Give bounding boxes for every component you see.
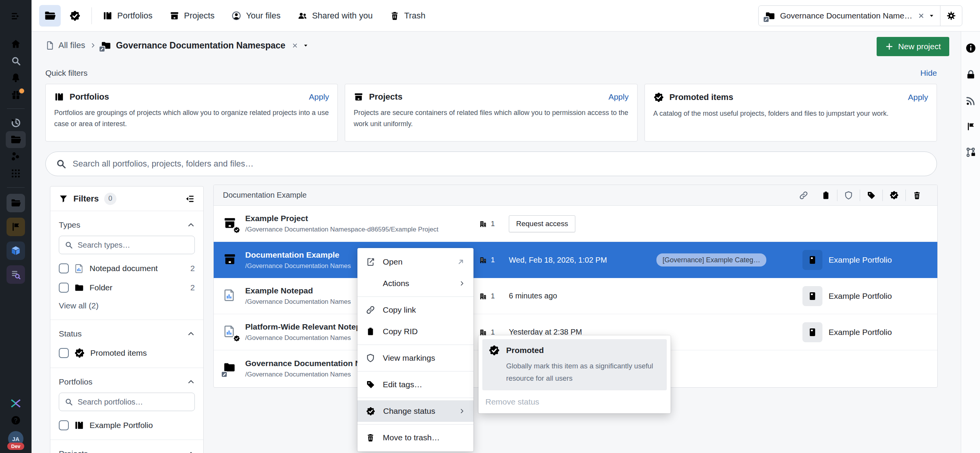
menu-item-actions[interactable]: Actions [357,273,473,294]
active-app-files-button[interactable] [39,5,61,27]
scope-dropdown-button[interactable] [929,13,935,19]
chevron-up-icon[interactable] [187,378,195,386]
card-title: Promoted items [669,92,733,102]
sidebar-item-history[interactable] [6,114,26,131]
menu-item-change-status[interactable]: Change status [357,400,473,422]
trash-button[interactable] [906,191,928,200]
sidebar-item-home[interactable] [6,35,26,52]
sidebar-app-data-search[interactable] [6,265,26,285]
menu-item-label: Actions [383,279,409,288]
request-access-button[interactable]: Request access [509,215,575,232]
tag-icon [867,191,876,200]
sidebar-item-resources[interactable] [6,148,26,165]
promoted-catalog-button[interactable] [69,10,81,22]
breadcrumb-all-files[interactable]: All files [45,40,85,50]
clear-scope-button[interactable] [918,12,925,19]
menu-item-label: Change status [383,406,435,416]
tab-your-files[interactable]: Your files [231,11,281,21]
row-portfolio[interactable]: Example Portfolio [802,322,892,342]
file-row-example-project[interactable]: Example Project /Governance Documentatio… [214,206,937,242]
tab-shared-with-you[interactable]: Shared with you [297,11,373,21]
portfolio-chip [802,322,822,342]
env-badge: Dev [7,443,24,450]
menu-item-edit-tags[interactable]: Edit tags… [357,374,473,395]
menu-item-view-markings[interactable]: View markings [357,347,473,369]
sidebar-item-apps[interactable] [6,165,26,182]
row-path: /Governance Documentation Names [245,371,365,378]
tab-portfolios[interactable]: Portfolios [103,11,153,21]
plus-icon [885,42,894,51]
sidebar-app-files[interactable] [6,193,26,213]
new-project-button[interactable]: New project [877,37,949,56]
view-all-types-link[interactable]: View all (2) [59,301,195,310]
clear-breadcrumb-filter-button[interactable] [292,42,298,49]
portfolios-search-input[interactable] [78,398,189,406]
sidebar-item-files[interactable] [6,131,26,148]
markings-button[interactable] [837,191,860,200]
sidebar-app-cube[interactable] [6,241,26,261]
gear-icon [946,11,956,21]
breadcrumb-dropdown-button[interactable] [303,43,309,48]
tags-button[interactable] [860,191,882,200]
section-title: Types [59,220,80,230]
breadcrumb-label: Governance Documentation Namespace [116,40,286,51]
tab-trash[interactable]: Trash [390,11,425,21]
row-path: /Governance Documentation Namespace-d865… [245,226,439,233]
status-button[interactable] [883,190,905,200]
activity-feed-icon[interactable] [965,95,976,106]
menu-item-open[interactable]: Open [357,251,473,273]
document-icon [45,41,55,50]
open-icon [366,257,375,266]
row-portfolio[interactable]: Example Portfolio [802,250,892,270]
quick-filter-card-projects: Projects Apply Projects are secure conta… [345,84,637,142]
menu-item-move-to-trash[interactable]: Move to trash… [357,427,473,448]
sidebar-app-flag[interactable] [6,217,26,237]
namespace-folder-icon [765,10,776,21]
book-icon [807,255,817,265]
flag-icon[interactable] [966,122,976,132]
row-tag[interactable]: [Governance] Example Categ… [656,256,766,264]
sidebar-item-notifications[interactable] [6,69,26,86]
apply-projects-filter-link[interactable]: Apply [608,92,629,102]
copy-rid-button[interactable] [815,191,837,200]
promoted-overlay-badge [233,334,241,343]
file-row-documentation-example-selected[interactable]: Documentation Example /Governance Docume… [214,242,937,278]
bookshelf-icon [103,11,113,21]
close-icon [918,12,925,19]
sidebar-item-search[interactable] [6,52,26,69]
row-path: /Governance Documentation Names [245,262,351,270]
settings-button[interactable] [940,11,962,21]
checkbox[interactable] [59,348,69,358]
list-bulk-actions [792,190,928,201]
sidebar-menu-button[interactable] [6,6,26,26]
row-portfolio[interactable]: Example Portfolio [802,286,892,306]
breadcrumb-current[interactable]: Governance Documentation Namespace [101,40,286,51]
collapse-filters-button[interactable] [185,194,195,204]
chevron-up-icon[interactable] [187,330,195,338]
menu-item-copy-rid[interactable]: Copy RID [357,321,473,342]
submenu-item-remove-status: Remove status [482,390,667,410]
info-icon[interactable] [965,42,977,54]
copy-link-button[interactable] [792,191,815,200]
checkbox[interactable] [59,420,69,430]
apply-promoted-filter-link[interactable]: Apply [908,93,928,102]
sidebar-logo[interactable] [6,395,26,412]
main-content: All files Governance Documentation Names… [32,32,961,453]
menu-item-copy-link[interactable]: Copy link [357,299,473,321]
file-row-example-notepad[interactable]: Example Notepad /Governance Documentatio… [214,278,937,314]
apply-portfolios-filter-link[interactable]: Apply [309,92,329,102]
submenu-item-label: Promoted [506,346,544,355]
tab-projects[interactable]: Projects [169,11,214,21]
lock-icon[interactable] [965,69,976,80]
submenu-item-promoted[interactable]: Promoted Globally mark this item as a si… [482,339,667,390]
hide-quick-filters-link[interactable]: Hide [920,68,937,78]
checkbox[interactable] [59,263,69,273]
chevron-up-icon[interactable] [187,450,195,453]
branch-permissions-icon[interactable] [965,147,976,158]
chevron-up-icon[interactable] [187,221,195,229]
sidebar-item-whats-new[interactable] [6,86,26,103]
sidebar-help[interactable] [6,412,26,429]
checkbox[interactable] [59,283,69,293]
types-search-input[interactable] [78,241,189,250]
global-search-input[interactable] [73,159,927,169]
